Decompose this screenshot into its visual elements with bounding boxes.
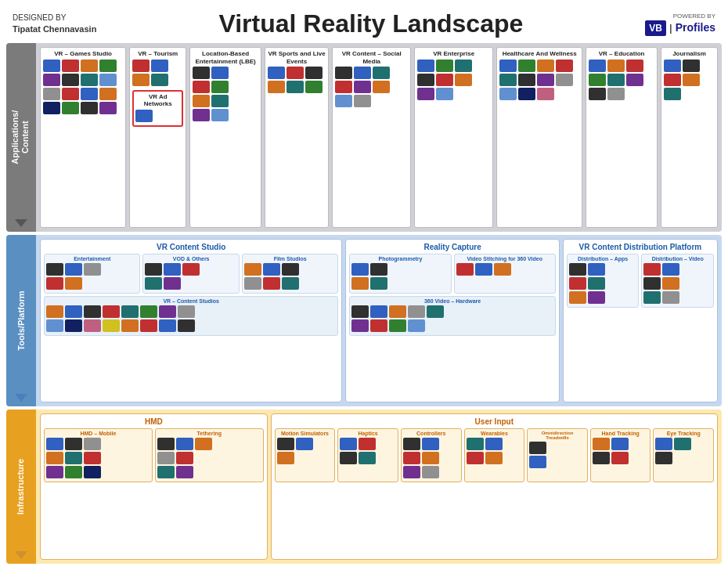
tools-label: Tools/Platform bbox=[6, 235, 36, 406]
healthcare-box: Healthcare And Wellness bbox=[496, 47, 582, 228]
distribution-apps-title: Distribution – Apps bbox=[569, 256, 637, 262]
logo-item bbox=[99, 88, 117, 100]
distribution-apps-section: Distribution – Apps bbox=[567, 254, 640, 308]
photogrammetry-logos-2 bbox=[351, 277, 449, 290]
logo-item bbox=[589, 74, 606, 86]
logo-item bbox=[351, 263, 369, 276]
logo-item bbox=[593, 438, 610, 450]
logo-item bbox=[626, 74, 643, 86]
logo-item bbox=[335, 67, 352, 79]
logo-item bbox=[422, 466, 439, 478]
haptics-logos bbox=[340, 438, 396, 450]
logo-item bbox=[211, 81, 229, 93]
logo-item bbox=[176, 452, 193, 464]
eye-logos bbox=[655, 438, 712, 450]
motion-simulators-title: Motion Simulators bbox=[277, 431, 333, 436]
designer-name: Tipatat Chennavasin bbox=[13, 23, 96, 35]
user-input-box: User Input Motion Simulators bbox=[271, 413, 718, 560]
tools-content: VR Content Studio Entertainment bbox=[36, 235, 722, 406]
logo-item bbox=[195, 438, 212, 450]
logo-item bbox=[268, 81, 285, 93]
eye-logos-2 bbox=[655, 452, 712, 464]
logo-item bbox=[277, 452, 294, 464]
controllers-section: Controllers bbox=[401, 428, 462, 482]
logo-item bbox=[485, 438, 503, 450]
logo-item bbox=[417, 74, 434, 86]
tools-row: Tools/Platform VR Content Studio Enterta… bbox=[6, 235, 722, 406]
sports-title: VR Sports and Live Events bbox=[268, 50, 326, 65]
wearables-section: Wearables bbox=[464, 428, 525, 482]
logo-item bbox=[351, 319, 369, 332]
infrastructure-arrow bbox=[15, 551, 27, 559]
entertainment-title: Entertainment bbox=[46, 256, 138, 262]
tethering-section: Tethering bbox=[155, 428, 264, 482]
vr-ad-networks-title: VR Ad Networks bbox=[135, 93, 180, 108]
lbe-title: Location-Based Entertainment (LBE) bbox=[193, 50, 258, 65]
dist-video-logos-3 bbox=[643, 291, 712, 304]
logo-item bbox=[655, 452, 672, 464]
hand-logos-2 bbox=[593, 452, 649, 464]
logo-item bbox=[99, 74, 117, 86]
logo-item bbox=[340, 452, 357, 464]
logo-item bbox=[373, 67, 390, 79]
hmd-mobile-title: HMD – Mobile bbox=[46, 431, 150, 436]
tools-arrow bbox=[15, 394, 27, 402]
logo-item bbox=[62, 102, 79, 114]
video-stitching-title: Video Stitching for 360 Video bbox=[456, 256, 553, 262]
user-input-title: User Input bbox=[275, 417, 714, 426]
logo-item bbox=[46, 305, 63, 318]
education-logos-2 bbox=[589, 74, 654, 86]
logo-item bbox=[84, 263, 101, 276]
logo-item bbox=[455, 60, 472, 72]
logo-item bbox=[427, 305, 444, 318]
logo-item bbox=[351, 305, 369, 318]
logo-item bbox=[140, 305, 157, 318]
logo-item bbox=[62, 74, 79, 86]
vr-ad-networks-box: VR Ad Networks bbox=[132, 90, 183, 127]
logo-item bbox=[46, 277, 63, 290]
logo-item bbox=[182, 263, 200, 276]
video-stitching-section: Video Stitching for 360 Video bbox=[454, 254, 556, 294]
logo-item bbox=[46, 452, 63, 464]
logo-item bbox=[43, 60, 60, 72]
journalism-logos-2 bbox=[664, 74, 715, 86]
distribution-video-title: Distribution – Video bbox=[643, 256, 712, 262]
logo-item bbox=[436, 74, 453, 86]
logo-item bbox=[417, 60, 434, 72]
dist-apps-logos-2 bbox=[569, 277, 637, 290]
logo-item bbox=[569, 291, 586, 304]
user-input-inner: Motion Simulators Haptics bbox=[275, 428, 714, 482]
logo-item bbox=[193, 67, 210, 79]
hardware-logos-1 bbox=[351, 305, 553, 318]
journalism-logos-3 bbox=[664, 88, 715, 100]
healthcare-logos-2 bbox=[499, 74, 579, 86]
logo-item bbox=[277, 438, 294, 450]
360-video-hardware-section: 360 Video – Hardware bbox=[349, 296, 555, 336]
logo-item bbox=[556, 60, 573, 72]
logo-item bbox=[373, 81, 390, 93]
logo-item bbox=[287, 67, 304, 79]
vr-content-studios-section: VR – Content Studios bbox=[44, 296, 338, 336]
reality-capture-box: Reality Capture Photogrammetry bbox=[345, 239, 559, 402]
hand-logos bbox=[593, 438, 649, 450]
logo-item bbox=[84, 452, 101, 464]
logo-item bbox=[164, 263, 181, 276]
motion-logos bbox=[277, 438, 333, 450]
logo-item bbox=[499, 88, 517, 100]
logo-item bbox=[81, 102, 98, 114]
logo-item bbox=[65, 452, 82, 464]
tools-label-text: Tools/Platform bbox=[16, 290, 26, 350]
logo-item bbox=[81, 60, 98, 72]
distribution-title: VR Content Distribution Platform bbox=[567, 243, 714, 251]
dist-video-logos-2 bbox=[643, 277, 712, 290]
haptics-logos-2 bbox=[340, 452, 396, 464]
distribution-platform-box: VR Content Distribution Platform Distrib… bbox=[563, 239, 718, 402]
logo-item bbox=[84, 319, 101, 332]
logo-item bbox=[193, 95, 210, 107]
logo-item bbox=[593, 452, 610, 464]
reality-capture-title: Reality Capture bbox=[349, 243, 555, 251]
photogrammetry-title: Photogrammetry bbox=[351, 256, 449, 262]
logo-item bbox=[518, 88, 535, 100]
hardware-logos-2 bbox=[351, 319, 553, 332]
logo-item bbox=[674, 438, 691, 450]
